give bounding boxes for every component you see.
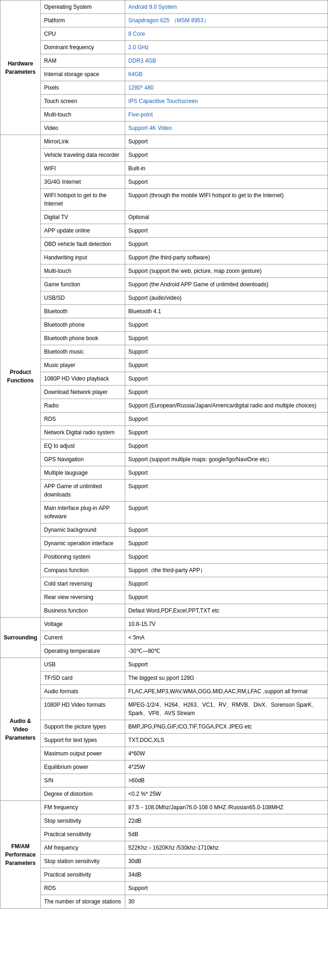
param-value: Snapdragon 625 （MSM 8953）: [125, 14, 328, 27]
table-row: VideoSupport 4K Video: [0, 122, 328, 135]
table-row: GPS NavigationSupport (support multiple …: [0, 453, 328, 466]
table-row: Pixels1280* 480: [0, 81, 328, 95]
table-row: Cold start reversingSupport: [0, 577, 328, 591]
table-row: 1080P HD Video playbackSupport: [0, 372, 328, 386]
param-value: Support: [125, 523, 328, 537]
table-row: Rear view reversingSupport: [0, 591, 328, 604]
table-row: 1080P HD Video formatsMPEG-1/2/4、H264、H2…: [0, 698, 328, 720]
table-row: Dynamic operation interfaceSupport: [0, 537, 328, 550]
param-label: USB/SD: [41, 291, 125, 305]
param-label: Equilibrium power: [41, 761, 125, 774]
param-value: 4*25W: [125, 761, 328, 774]
param-label: Positioning system: [41, 550, 125, 564]
table-row: CPU8 Core: [0, 27, 328, 41]
param-value: 8 Core: [125, 27, 328, 41]
param-label: GPS Navigation: [41, 453, 125, 466]
table-row: The number of storage stations30: [0, 895, 328, 909]
param-value: Support: [125, 658, 328, 671]
table-row: AM frequency522Khz－1620Khz /530khz-1710k…: [0, 841, 328, 855]
table-row: Business functionDefaut Word,PDF,Excel,P…: [0, 604, 328, 618]
table-row: Multi-touchSupport (support the web, pic…: [0, 264, 328, 278]
param-value: Support: [125, 480, 328, 502]
param-label: Vehicle traveling data recorder: [41, 148, 125, 162]
table-row: OBD vehicle fault detectionSupport: [0, 238, 328, 251]
table-row: USB/SDSupport (audio/video): [0, 291, 328, 305]
param-label: Pixels: [41, 81, 125, 95]
param-value: Support (the Android APP Game of unlimit…: [125, 278, 328, 291]
param-label: Bluetooth music: [41, 345, 125, 359]
param-value: -30℃—80℃: [125, 645, 328, 658]
table-row: Dominant frequency2.0 GHz: [0, 41, 328, 54]
param-value: Support (audio/video): [125, 291, 328, 305]
table-row: Support for text typesTXT,DOC,XLS: [0, 734, 328, 747]
section-label: Audio & Video Parameters: [0, 658, 41, 801]
param-value: FLAC,APE,MP3,WAV,WMA,OGG,MID,AAC,RM,LFAC…: [125, 685, 328, 698]
param-value: Bluetooth 4.1: [125, 305, 328, 318]
param-value: BMP,JPG,PNG,GIF,ICO,TIF,TGGA,PCX JPEG et…: [125, 720, 328, 734]
table-row: Product FunctionsMirrorLinkSupport: [0, 135, 328, 148]
param-value: Support: [125, 386, 328, 399]
param-label: Radio: [41, 399, 125, 413]
param-value: Android 9.0 System: [125, 0, 328, 14]
param-value: Support: [125, 359, 328, 372]
param-value: 30dB: [125, 855, 328, 868]
param-label: APP Game of unlimited downloads: [41, 480, 125, 502]
table-row: Digital TVOptional: [0, 211, 328, 224]
table-row: Game functionSupport (the Android APP Ga…: [0, 278, 328, 291]
param-label: Compass function: [41, 564, 125, 577]
param-value: Support: [125, 332, 328, 345]
table-row: FM/AM Performace ParametersFM frequency8…: [0, 801, 328, 814]
param-label: USB: [41, 658, 125, 671]
table-row: Stop station sensitıvity30dB: [0, 855, 328, 868]
param-label: Multi-touch: [41, 108, 125, 122]
table-row: APP Game of unlimited downloadsSupport: [0, 480, 328, 502]
table-row: Vehicle traveling data recorderSupport: [0, 148, 328, 162]
param-label: WIFI: [41, 162, 125, 175]
param-label: S/N: [41, 774, 125, 787]
table-row: PlatformSnapdragon 625 （MSM 8953）: [0, 14, 328, 27]
section-label: Surrounding: [0, 618, 41, 658]
table-row: Current< 5mA: [0, 631, 328, 645]
param-label: MirrorLink: [41, 135, 125, 148]
param-value: Support: [125, 577, 328, 591]
param-label: CPU: [41, 27, 125, 41]
param-label: OBD vehicle fault detection: [41, 238, 125, 251]
table-row: Positioning systemSupport: [0, 550, 328, 564]
table-row: Music playerSupport: [0, 359, 328, 372]
param-label: RAM: [41, 54, 125, 68]
param-value: <0.2 %* 25W: [125, 787, 328, 801]
param-label: Game function: [41, 278, 125, 291]
section-label: Hardware Parameters: [0, 0, 41, 135]
param-value: < 5mA: [125, 631, 328, 645]
param-value: Support (support multiple maps: google/I…: [125, 453, 328, 466]
table-row: RDSSupport: [0, 882, 328, 895]
param-value: Support 4K Video: [125, 122, 328, 135]
param-value: DDR3 4GB: [125, 54, 328, 68]
table-row: BluetoothBluetooth 4.1: [0, 305, 328, 318]
param-label: Support for text types: [41, 734, 125, 747]
param-label: Current: [41, 631, 125, 645]
param-label: FM frequency: [41, 801, 125, 814]
param-value: Support: [125, 372, 328, 386]
param-label: Support the picture types: [41, 720, 125, 734]
param-label: Dynamic background: [41, 523, 125, 537]
param-value: Support: [125, 591, 328, 604]
param-label: WIFI hotspot to get to the Internet: [41, 189, 125, 211]
param-value: 5dB: [125, 828, 328, 841]
table-row: Bluetooth phoneSupport: [0, 318, 328, 332]
param-label: Operating temperature: [41, 645, 125, 658]
param-value: Support: [125, 413, 328, 426]
table-row: RDSSupport: [0, 413, 328, 426]
table-row: SurroundingVoltage10.8-15.7V: [0, 618, 328, 631]
param-label: Voltage: [41, 618, 125, 631]
param-value: Support (the third-party software): [125, 251, 328, 264]
table-row: Maximum output power4*60W: [0, 747, 328, 761]
param-label: Bluetooth phone book: [41, 332, 125, 345]
param-label: Stop sensitivity: [41, 814, 125, 828]
param-value: Support: [125, 882, 328, 895]
param-value: Five-point: [125, 108, 328, 122]
table-row: Download Network playerSupport: [0, 386, 328, 399]
table-row: Support the picture typesBMP,JPG,PNG,GIF…: [0, 720, 328, 734]
param-label: Business function: [41, 604, 125, 618]
param-label: Main interface plug-in APP sofeware: [41, 502, 125, 523]
